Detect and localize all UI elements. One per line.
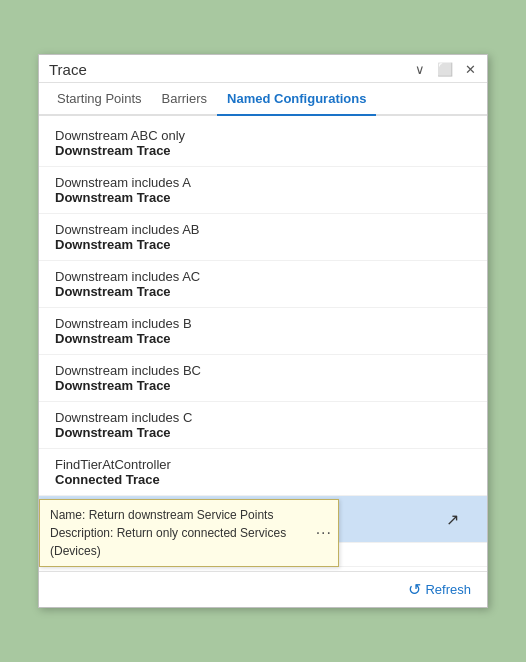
list-item[interactable]: Downstream includes AB Downstream Trace (39, 214, 487, 261)
more-options-button[interactable]: ··· (316, 521, 332, 545)
list-item[interactable]: Downstream includes BC Downstream Trace (39, 355, 487, 402)
configurations-list[interactable]: Downstream ABC only Downstream Trace Dow… (39, 116, 487, 571)
tab-named-configurations[interactable]: Named Configurations (217, 83, 376, 116)
tab-starting-points[interactable]: Starting Points (47, 83, 152, 116)
tooltip-box: Name: Return downstream Service Points D… (39, 499, 339, 567)
tooltip-desc-line: Description: Return only connected Servi… (50, 524, 328, 560)
refresh-button[interactable]: ↺ Refresh (404, 578, 475, 601)
list-item[interactable]: Downstream includes A Downstream Trace (39, 167, 487, 214)
tooltip-name-line: Name: Return downstream Service Points (50, 506, 328, 524)
list-item[interactable]: Downstream includes AC Downstream Trace (39, 261, 487, 308)
refresh-icon: ↺ (408, 580, 421, 599)
close-button[interactable]: ✕ (462, 63, 479, 76)
restore-button[interactable]: ⬜ (434, 63, 456, 76)
tab-bar: Starting Points Barriers Named Configura… (39, 83, 487, 116)
list-item[interactable]: Downstream includes C Downstream Trace (39, 402, 487, 449)
list-item[interactable]: Downstream ABC only Downstream Trace (39, 120, 487, 167)
title-bar: Trace ∨ ⬜ ✕ (39, 55, 487, 83)
list-item[interactable]: Downstream includes B Downstream Trace (39, 308, 487, 355)
panel-title: Trace (49, 61, 87, 78)
list-item[interactable]: FindTierAtController Connected Trace (39, 449, 487, 496)
title-buttons: ∨ ⬜ ✕ (412, 63, 479, 76)
minimize-button[interactable]: ∨ (412, 63, 428, 76)
tab-barriers[interactable]: Barriers (152, 83, 218, 116)
trace-panel: Trace ∨ ⬜ ✕ Starting Points Barriers Nam… (38, 54, 488, 608)
selected-item-area: Return downstream Service Points Connect… (39, 496, 487, 567)
footer: ↺ Refresh (39, 571, 487, 607)
